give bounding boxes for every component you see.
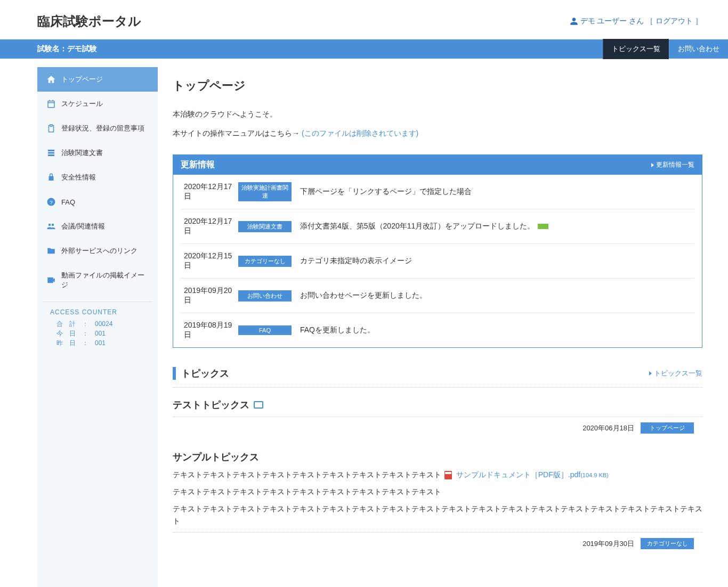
category-badge: お問い合わせ [238, 290, 292, 301]
topic-footer: 2019年09月30日 カテゴリーなし [173, 532, 702, 552]
sidebar-item-registration[interactable]: 登録状況、登録の留意事項 [37, 116, 158, 141]
category-badge: トップページ [641, 422, 694, 434]
access-counter: ACCESS COUNTER 合 計 ： 00024 今 日 ： 001 昨 日… [43, 301, 152, 354]
topic-date: 2020年06月18日 [583, 423, 634, 433]
sidebar-item-label: 登録状況、登録の留意事項 [61, 124, 144, 133]
counter-today: 今 日 ： 001 [56, 329, 145, 338]
video-icon [46, 275, 56, 285]
update-header-title: 更新情報 [181, 159, 215, 170]
update-row[interactable]: 2020年12月15日 カテゴリーなし カテゴリ未指定時の表示イメージ [181, 244, 694, 279]
topic-title: テストトピックス [173, 398, 702, 411]
screen-icon [254, 401, 263, 409]
topic-title: サンプルトピックス [173, 451, 702, 463]
topics-list-link[interactable]: トピックス一覧 [649, 369, 702, 378]
update-list: 2020年12月17日 治験実施計画書関連 下層ページを「リンクするページ」で指… [173, 175, 702, 347]
topic-block: サンプルトピックス テキストテキストテキストテキストテキストテキストテキストテキ… [173, 451, 702, 552]
sidebar-item-safety[interactable]: 安全性情報 [37, 165, 158, 190]
topic-date: 2019年09月30日 [583, 539, 634, 549]
topics-title: トピックス [181, 367, 229, 380]
update-text: 下層ページを「リンクするページ」で指定した場合 [300, 187, 691, 197]
update-text: お問い合わせページを更新しました。 [300, 291, 691, 300]
document-icon [46, 148, 56, 158]
update-date: 2020年12月17日 [184, 217, 238, 236]
sidebar: トップページ スケジュール 登録状況、登録の留意事項 治験関連文書 安全性情報 … [37, 67, 158, 587]
sidebar-item-label: トップページ [61, 75, 103, 84]
category-badge: 治験実施計画書関連 [238, 182, 292, 201]
trial-name: 試験名：デモ試験 [37, 44, 97, 54]
sidebar-item-label: 外部サービスへのリンク [61, 246, 137, 256]
sidebar-item-label: 安全性情報 [61, 173, 96, 182]
folder-icon [46, 246, 56, 256]
counter-yesterday: 昨 日 ： 001 [56, 338, 145, 348]
category-badge: カテゴリーなし [641, 538, 694, 549]
nav-contact[interactable]: お問い合わせ [669, 39, 728, 59]
divider [173, 387, 702, 388]
lock-icon [46, 173, 56, 182]
calendar-icon [46, 99, 56, 109]
topics-header: トピックス トピックス一覧 [173, 367, 702, 380]
content: トップページ 本治験のクラウドへようこそ。 本サイトの操作マニュアルはこちら→ … [158, 67, 702, 587]
caret-right-icon [651, 163, 654, 167]
counter-title: ACCESS COUNTER [50, 308, 145, 316]
sidebar-item-label: 治験関連文書 [61, 148, 103, 158]
update-date: 2019年09月20日 [184, 286, 238, 305]
question-icon: ? [46, 197, 56, 207]
update-text: 添付文書第4版、第5版（2020年11月改訂）をアップロードしました。 [300, 222, 691, 231]
sidebar-item-label: 会議/関連情報 [61, 222, 105, 231]
file-link[interactable]: サンプルドキュメント［PDF版］.pdf [456, 470, 580, 479]
svg-text:?: ? [50, 199, 53, 205]
site-title: 臨床試験ポータル [37, 13, 141, 30]
update-date: 2020年12月15日 [184, 251, 238, 271]
category-badge: カテゴリーなし [238, 256, 292, 267]
sidebar-item-faq[interactable]: ? FAQ [37, 190, 158, 214]
subheader-nav: トピックス一覧 お問い合わせ [603, 39, 728, 59]
logout-link[interactable]: ［ ログアウト ］ [646, 17, 702, 26]
sidebar-item-label: 動画ファイルの掲載イメージ [61, 271, 150, 290]
update-text: カテゴリ未指定時の表示イメージ [300, 256, 691, 266]
update-row[interactable]: 2019年09月20日 お問い合わせ お問い合わせページを更新しました。 [181, 279, 694, 313]
sidebar-item-documents[interactable]: 治験関連文書 [37, 141, 158, 165]
sidebar-item-label: スケジュール [61, 99, 103, 109]
file-size: (104.9 KB) [580, 472, 609, 478]
topic-body: テキストテキストテキストテキストテキストテキストテキストテキストテキスト [173, 486, 702, 499]
update-header: 更新情報 更新情報一覧 [173, 155, 702, 175]
update-box: 更新情報 更新情報一覧 2020年12月17日 治験実施計画書関連 下層ページを… [173, 154, 702, 348]
topic-body: テキストテキストテキストテキストテキストテキストテキストテキストテキスト サンプ… [173, 469, 702, 482]
category-badge: 治験関連文書 [238, 221, 292, 232]
sidebar-item-top[interactable]: トップページ [37, 67, 158, 92]
new-icon [538, 224, 548, 229]
sidebar-item-label: FAQ [61, 198, 75, 206]
update-row[interactable]: 2020年12月17日 治験関連文書 添付文書第4版、第5版（2020年11月改… [181, 209, 694, 244]
header: 臨床試験ポータル デモ ユーザー さん ［ ログアウト ］ [0, 0, 728, 39]
pdf-icon [444, 471, 452, 479]
page-title: トップページ [173, 78, 702, 94]
sidebar-item-external[interactable]: 外部サービスへのリンク [37, 239, 158, 263]
sidebar-item-schedule[interactable]: スケジュール [37, 92, 158, 116]
update-text: FAQを更新しました。 [300, 325, 691, 335]
counter-total: 合 計 ： 00024 [56, 319, 145, 329]
user-area: デモ ユーザー さん ［ ログアウト ］ [570, 17, 702, 26]
nav-topics-list[interactable]: トピックス一覧 [603, 39, 669, 59]
manual-link[interactable]: (このファイルは削除されています) [302, 129, 418, 137]
topic-body: テキストテキストテキストテキストテキストテキストテキストテキストテキストテキスト… [173, 503, 702, 528]
clipboard-icon [46, 124, 56, 133]
topic-footer: 2020年06月18日 トップページ [173, 417, 702, 437]
home-icon [46, 75, 56, 84]
update-row[interactable]: 2019年08月19日 FAQ FAQを更新しました。 [181, 313, 694, 347]
sidebar-item-meetings[interactable]: 会議/関連情報 [37, 214, 158, 239]
sidebar-item-video[interactable]: 動画ファイルの掲載イメージ [37, 263, 158, 297]
welcome-text: 本治験のクラウドへようこそ。 [173, 110, 702, 119]
manual-line: 本サイトの操作マニュアルはこちら→ (このファイルは削除されています) [173, 129, 702, 138]
topic-block: テストトピックス 2020年06月18日 トップページ [173, 398, 702, 437]
user-name: デモ ユーザー さん [580, 17, 644, 26]
update-date: 2020年12月17日 [184, 182, 238, 201]
category-badge: FAQ [238, 325, 292, 335]
user-icon [570, 17, 578, 26]
subheader: 試験名：デモ試験 トピックス一覧 お問い合わせ [0, 39, 728, 59]
update-row[interactable]: 2020年12月17日 治験実施計画書関連 下層ページを「リンクするページ」で指… [181, 175, 694, 209]
update-date: 2019年08月19日 [184, 321, 238, 340]
people-icon [46, 222, 56, 231]
update-list-link[interactable]: 更新情報一覧 [651, 160, 694, 169]
caret-right-icon [649, 371, 652, 376]
